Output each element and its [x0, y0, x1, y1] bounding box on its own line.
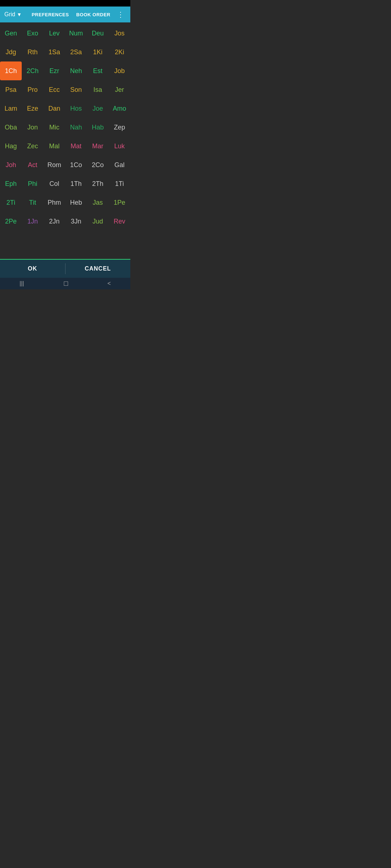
book-item-pro[interactable]: Pro: [22, 80, 43, 99]
book-item-exo[interactable]: Exo: [22, 24, 43, 43]
book-item-jud[interactable]: Jud: [87, 212, 109, 231]
grid-selector[interactable]: Grid ▼: [4, 11, 22, 18]
book-item-1pe[interactable]: 1Pe: [109, 193, 130, 212]
book-label-psa: Psa: [5, 86, 16, 94]
book-item-oba[interactable]: Oba: [0, 118, 22, 137]
book-item-dan[interactable]: Dan: [43, 99, 65, 118]
book-item-jdg[interactable]: Jdg: [0, 43, 22, 61]
book-item-mal[interactable]: Mal: [43, 137, 65, 156]
book-item-mat[interactable]: Mat: [65, 137, 87, 156]
book-item-col[interactable]: Col: [43, 174, 65, 193]
bottom-bar: OK CANCEL: [0, 259, 130, 278]
book-label-heb: Heb: [70, 199, 82, 207]
book-item-jer[interactable]: Jer: [109, 80, 130, 99]
book-item-amo[interactable]: Amo: [109, 99, 130, 118]
book-item-gen[interactable]: Gen: [0, 24, 22, 43]
book-item-1ch[interactable]: 1Ch: [0, 61, 22, 80]
ok-button[interactable]: OK: [0, 260, 65, 278]
book-item-gal[interactable]: Gal: [109, 156, 130, 174]
book-item-zec[interactable]: Zec: [22, 137, 43, 156]
book-item-rev[interactable]: Rev: [109, 212, 130, 231]
book-item-2ki[interactable]: 2Ki: [109, 43, 130, 61]
book-item-lev[interactable]: Lev: [43, 24, 65, 43]
book-item-num[interactable]: Num: [65, 24, 87, 43]
book-item-son[interactable]: Son: [65, 80, 87, 99]
book-item-hag[interactable]: Hag: [0, 137, 22, 156]
book-order-button[interactable]: BOOK ORDER: [74, 10, 113, 19]
book-label-lam: Lam: [4, 105, 17, 112]
book-item-isa[interactable]: Isa: [87, 80, 109, 99]
book-item-3jn[interactable]: 3Jn: [65, 212, 87, 231]
book-label-1co: 1Co: [70, 161, 82, 169]
book-item-2sa[interactable]: 2Sa: [65, 43, 87, 61]
book-label-zec: Zec: [27, 142, 38, 150]
book-label-mar: Mar: [92, 142, 104, 150]
book-item-hos[interactable]: Hos: [65, 99, 87, 118]
book-item-est[interactable]: Est: [87, 61, 109, 80]
book-label-rth: Rth: [28, 48, 38, 56]
book-label-mic: Mic: [49, 124, 59, 131]
book-item-jas[interactable]: Jas: [87, 193, 109, 212]
book-label-son: Son: [70, 86, 82, 94]
book-item-job[interactable]: Job: [109, 61, 130, 80]
book-item-phm[interactable]: Phm: [43, 193, 65, 212]
dropdown-arrow-icon: ▼: [17, 12, 22, 17]
book-item-eph[interactable]: Eph: [0, 174, 22, 193]
book-item-1ki[interactable]: 1Ki: [87, 43, 109, 61]
book-item-jon[interactable]: Jon: [22, 118, 43, 137]
book-item-deu[interactable]: Deu: [87, 24, 109, 43]
book-item-2ti[interactable]: 2Ti: [0, 193, 22, 212]
book-item-rom[interactable]: Rom: [43, 156, 65, 174]
menu-icon[interactable]: |||: [20, 280, 24, 287]
book-item-ecc[interactable]: Ecc: [43, 80, 65, 99]
book-item-1ti[interactable]: 1Ti: [109, 174, 130, 193]
book-label-1ki: 1Ki: [93, 48, 102, 56]
book-label-jdg: Jdg: [5, 48, 16, 56]
book-item-jos[interactable]: Jos: [109, 24, 130, 43]
book-item-lam[interactable]: Lam: [0, 99, 22, 118]
book-label-joe: Joe: [92, 105, 103, 112]
more-options-icon[interactable]: ⋮: [115, 9, 126, 20]
book-item-luk[interactable]: Luk: [109, 137, 130, 156]
book-item-2ch[interactable]: 2Ch: [22, 61, 43, 80]
book-item-joe[interactable]: Joe: [87, 99, 109, 118]
book-item-1co[interactable]: 1Co: [65, 156, 87, 174]
book-item-zep[interactable]: Zep: [109, 118, 130, 137]
book-item-neh[interactable]: Neh: [65, 61, 87, 80]
book-item-tit[interactable]: Tit: [22, 193, 43, 212]
book-label-hos: Hos: [70, 105, 82, 112]
book-item-eze[interactable]: Eze: [22, 99, 43, 118]
book-label-tit: Tit: [29, 199, 36, 207]
book-label-eph: Eph: [5, 180, 17, 188]
book-item-2pe[interactable]: 2Pe: [0, 212, 22, 231]
book-item-heb[interactable]: Heb: [65, 193, 87, 212]
book-label-col: Col: [49, 180, 59, 188]
book-label-2ti: 2Ti: [7, 199, 15, 207]
book-item-rth[interactable]: Rth: [22, 43, 43, 61]
back-icon[interactable]: <: [108, 280, 111, 287]
book-item-2th[interactable]: 2Th: [87, 174, 109, 193]
home-icon[interactable]: ☐: [63, 280, 68, 287]
book-item-mic[interactable]: Mic: [43, 118, 65, 137]
book-item-1th[interactable]: 1Th: [65, 174, 87, 193]
book-item-joh[interactable]: Joh: [0, 156, 22, 174]
preferences-button[interactable]: PREFERENCES: [29, 10, 71, 19]
book-label-phi: Phi: [28, 180, 37, 188]
book-item-2co[interactable]: 2Co: [87, 156, 109, 174]
book-label-job: Job: [114, 67, 125, 75]
book-item-psa[interactable]: Psa: [0, 80, 22, 99]
book-item-act[interactable]: Act: [22, 156, 43, 174]
book-label-gen: Gen: [5, 30, 17, 37]
book-label-act: Act: [28, 161, 37, 169]
book-item-hab[interactable]: Hab: [87, 118, 109, 137]
book-item-nah[interactable]: Nah: [65, 118, 87, 137]
book-label-2co: 2Co: [92, 161, 104, 169]
book-item-phi[interactable]: Phi: [22, 174, 43, 193]
book-item-1jn[interactable]: 1Jn: [22, 212, 43, 231]
toolbar: Grid ▼ PREFERENCES BOOK ORDER ⋮: [0, 7, 130, 22]
book-item-2jn[interactable]: 2Jn: [43, 212, 65, 231]
book-item-1sa[interactable]: 1Sa: [43, 43, 65, 61]
cancel-button[interactable]: CANCEL: [66, 260, 131, 278]
book-item-ezr[interactable]: Ezr: [43, 61, 65, 80]
book-item-mar[interactable]: Mar: [87, 137, 109, 156]
